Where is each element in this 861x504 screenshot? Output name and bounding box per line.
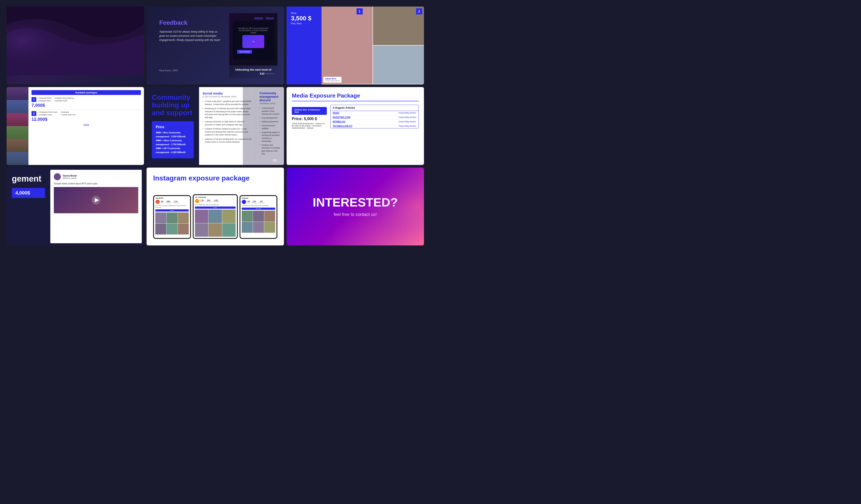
phone-3-topbar: arthunter [242, 197, 275, 199]
main-grid: X10 AGENCY Feedback 'Appreciate X10 for … [0, 0, 430, 252]
tiktok-link[interactable]: TikTok [31, 124, 141, 126]
pkg-2-col1: • 2 Dedicated TikTok Tweet • 2 Instagram… [38, 111, 57, 116]
nft-profile-label: Naked NFTs (516k Subscribers) [323, 77, 341, 83]
mgmt-big-title: gement [12, 174, 45, 183]
x10-brand-community: X10 AGENCY [273, 159, 281, 163]
phone-3-stats: 438 Posts 176k Followers 576 Following [247, 201, 264, 203]
pkg-1-item-2: • Instagram Reels [38, 100, 51, 102]
feedback-right-bottom: Unlocking the next level of X10 AGENCY [229, 65, 277, 78]
phone-2-bio: NFT COMMUNITY We are the Metaverse [195, 204, 236, 206]
ig-cell-3 [178, 213, 189, 223]
media-left: Delivery time: 4-6 Business days Price: … [292, 105, 327, 131]
phone-2-followers: 194k Followers [206, 200, 211, 202]
ig-cell-2 [166, 213, 177, 223]
article-name-4[interactable]: TECHBULLION.CO [333, 125, 352, 127]
feedback-right-top: Website Discord provides an all-in-one e… [229, 13, 277, 65]
pkg-2-col2: • Dedicated • Youtube Short Post [60, 111, 76, 116]
tweet-header: Tiarna Braid @tiarna_braid [54, 173, 138, 180]
social-item-5: Selection of Gif and sending them as a r… [203, 138, 252, 144]
phone-2-screen: nft_community 7 381 Posts 194k Followers [194, 195, 237, 238]
article-name-1[interactable]: ISODL [333, 112, 340, 114]
wave-bg-svg [6, 6, 144, 75]
phone-3-bio: nft art collector and curator of nft mas… [242, 205, 275, 207]
x10-brand-text: X10 [260, 72, 264, 75]
community-main: Community building up and support Price … [147, 87, 199, 165]
dark-box-content: provides an all-in-one environment for d… [237, 27, 270, 54]
card-feedback: Feedback 'Appreciate X10 for always bein… [147, 6, 284, 84]
media-footer: Article draft development - revision on … [292, 123, 327, 129]
ig-cell-7 [195, 209, 208, 223]
community-price-label: Price [156, 125, 190, 129]
package-2: 2 • 2 Dedicated TikTok Tweet • 2 Instagr… [31, 111, 141, 122]
social-media-sub: (2 SM ACCOUNTS) (Worldwide, ENG) [203, 96, 252, 98]
pkg-1-col1: • Dedicated TikTok • Instagram Reels [38, 97, 51, 102]
agency-brand-text: AGENCY [265, 73, 275, 74]
phone-2-profile-row: 7 381 Posts 194k Followers 1 030 Followi… [195, 199, 236, 203]
phone-2: nft_community 7 381 Posts 194k Followers [193, 194, 238, 239]
tweet-image [54, 187, 138, 213]
phone-1-follow[interactable]: Follow [155, 209, 189, 212]
package-1: 1 • Dedicated TikTok • Instagram Reels [31, 97, 141, 108]
phone-1-topbar: nakedinFts [155, 197, 189, 199]
article-item-3: IBTIMES.SG Feature/Big Mention [330, 120, 419, 124]
phone-3-profile-row: 438 Posts 176k Followers 576 Following [242, 200, 275, 204]
tiktok-thumb-6 [6, 152, 28, 165]
price-panel: Price 3,500 $ Post, Story [287, 6, 322, 84]
card-management: gement 4,000$ Tiarna Braid @tiarna_braid… [6, 167, 144, 245]
start-building-btn[interactable]: Start Building [237, 50, 252, 54]
instagram-phones: nakedinFts 40k Posts 506K Followers [153, 189, 277, 239]
price-label: Price [291, 12, 317, 14]
provides-text: provides an all-in-one environment for d… [237, 27, 270, 34]
phone-3-posts: 438 Posts [247, 201, 250, 203]
pkg-1-price: 7,000$ [31, 103, 141, 108]
card-interested: INTERESTED? feel free to contact us! [287, 167, 424, 245]
article-name-3[interactable]: IBTIMES.SG [333, 121, 345, 123]
ig-cell-6 [178, 223, 189, 234]
discord-link[interactable]: Discord [266, 17, 274, 19]
pkg-1-col2: • Instagram Story Swipe-up • Dedicated T… [54, 97, 74, 102]
phone-2-topbar: nft_community [195, 196, 236, 198]
price-sub: Post, Story [291, 22, 317, 25]
card-logo: X10 AGENCY [6, 6, 144, 84]
phone-2-follow[interactable]: Follow [195, 206, 236, 209]
feedback-left: Feedback 'Appreciate X10 for always bein… [153, 13, 229, 78]
glow-box-text: ⬡ [252, 41, 254, 43]
ig-cell-14 [253, 211, 264, 222]
pkg-1-item-4: • Dedicated Tweet [54, 100, 74, 102]
tweet-image-icon [90, 194, 102, 207]
mgmt-item-5: Supporting project in running the activi… [259, 131, 281, 143]
tweet-panel: Tiarna Braid @tiarna_braid Sample tweet … [50, 170, 142, 243]
phone-2-avatar [195, 199, 199, 203]
article-list: 4 Organic Articles ISODL Feature/Big Men… [330, 105, 419, 128]
media-right: 4 Organic Articles ISODL Feature/Big Men… [330, 105, 419, 131]
community-mgmt-panel: Community management discord (Worldwide,… [256, 87, 284, 165]
phone-3: arthunter 438 Posts 176k Followers [240, 195, 277, 239]
community-mgmt-sub: (Worldwide, ENG) [259, 103, 281, 105]
article-type-1: Feature/Big Mention [399, 112, 416, 114]
phone-3-follow[interactable]: Message [242, 208, 275, 210]
mgmt-item-3: Fighting spammers [259, 120, 281, 123]
tiktok-thumb-2 [6, 100, 28, 113]
phone-1-posts: 40k Posts [161, 201, 164, 203]
card-feedback-wrapper: Feedback 'Appreciate X10 for always bein… [153, 13, 277, 78]
purple-glow-box: ⬡ [242, 35, 264, 48]
feedback-author: Nina Kwon, CMO [159, 69, 223, 72]
mgmt-price: 4,000$ [12, 188, 45, 198]
article-name-2[interactable]: INVESTING.COM [333, 116, 350, 119]
community-price-item-2: SMM + 16hrs Community management - 3,700… [156, 139, 190, 147]
website-link[interactable]: Website [255, 17, 263, 19]
nft-grid: 1 2 Naked NFTs (516k Subscribers) [322, 6, 424, 84]
phone-1: nakedinFts 40k Posts 506K Followers [153, 195, 191, 239]
phone-1-stats: 40k Posts 506K Followers 7 101 Following [161, 201, 178, 203]
community-price-item-1: SMM + 8hrs Community management - 3,500 … [156, 131, 190, 139]
community-title: Community building up and support [152, 94, 194, 117]
ig-cell-12 [222, 223, 236, 237]
tweet-avatar [54, 173, 61, 180]
pkg-1-cols: • Dedicated TikTok • Instagram Reels • [38, 97, 74, 102]
ig-cell-18 [264, 222, 275, 233]
nft-img-3 [373, 45, 424, 84]
card-instagram-exposure: Instagram exposure package nakedinFts 40… [147, 167, 284, 245]
phone-2-handle: nft_community [195, 196, 206, 198]
social-media-panel: Social media (2 SM ACCOUNTS) (Worldwide,… [199, 87, 256, 165]
ig-cell-1 [155, 213, 166, 223]
